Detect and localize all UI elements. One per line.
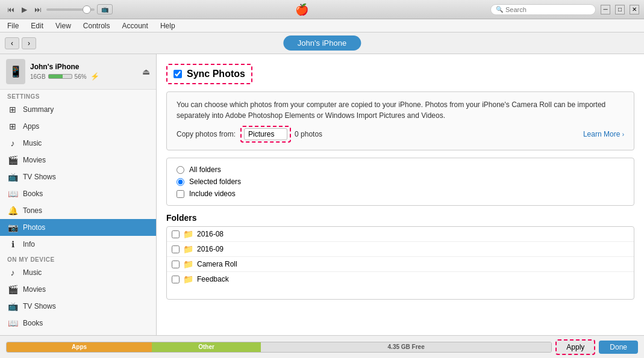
apps-label: Apps [23, 122, 39, 131]
folder-icon-2016-08: 📁 [183, 229, 193, 239]
books-label: Books [23, 190, 43, 198]
folder-checkbox-2016-08[interactable] [172, 230, 180, 238]
sidebar-item-info[interactable]: ℹ Info [0, 236, 156, 253]
include-videos-checkbox[interactable] [177, 190, 184, 198]
folder-options: All folders Selected folders Include vid… [166, 158, 634, 206]
title-bar-center: 🍎 [295, 3, 308, 16]
sidebar: 📱 John's iPhone 16GB 56% ⚡ ⏏ Settings ⊞ … [0, 54, 157, 335]
apply-button[interactable]: Apply [555, 339, 595, 355]
main-layout: 📱 John's iPhone 16GB 56% ⚡ ⏏ Settings ⊞ … [0, 54, 644, 335]
sidebar-item-device-music[interactable]: ♪ Music [0, 264, 156, 281]
back-button[interactable]: ‹ [5, 37, 19, 49]
device-books-label: Books [23, 319, 43, 327]
summary-icon: ⊞ [7, 104, 18, 115]
sidebar-item-summary[interactable]: ⊞ Summary [0, 101, 156, 118]
nav-buttons: ‹ › [5, 37, 36, 49]
menu-help[interactable]: Help [158, 22, 178, 30]
search-input[interactable] [505, 6, 590, 13]
sidebar-item-device-tvshows[interactable]: 📺 TV Shows [0, 298, 156, 315]
volume-slider[interactable] [46, 8, 95, 11]
menu-controls[interactable]: Controls [81, 22, 113, 30]
folders-list[interactable]: 📁 2016-08 📁 2016-09 📁 Camera Roll [167, 227, 634, 299]
music-label: Music [23, 139, 42, 147]
toolbar: ‹ › John's iPhone [0, 32, 644, 54]
folder-item-2016-09: 📁 2016-09 [167, 242, 634, 257]
movies-icon: 🎬 [7, 155, 18, 165]
include-videos-label: Include videos [189, 190, 236, 198]
search-icon: 🔍 [496, 6, 503, 13]
airplay-button[interactable]: 📺 [97, 4, 113, 14]
device-title-button[interactable]: John's iPhone [283, 35, 361, 51]
all-folders-row: All folders [177, 165, 624, 174]
apps-icon: ⊞ [7, 121, 18, 132]
copy-from-label: Copy photos from: [177, 129, 236, 140]
maximize-button[interactable]: □ [615, 5, 625, 14]
sidebar-item-music[interactable]: ♪ Music [0, 135, 156, 152]
battery-pct: 56% [75, 73, 87, 80]
title-bar: ⏮ ▶ ⏭ 📺 🍎 🔍 ─ □ ✕ [0, 0, 644, 19]
info-text: You can choose which photos from your co… [177, 100, 605, 120]
folder-name-camera-roll: Camera Roll [197, 260, 237, 268]
folder-checkbox-2016-09[interactable] [172, 245, 180, 253]
sidebar-item-tv-shows[interactable]: 📺 TV Shows [0, 168, 156, 185]
play-button[interactable]: ▶ [19, 4, 30, 15]
rewind-button[interactable]: ⏮ [5, 4, 17, 15]
device-audiobooks-icon: 🎧 [7, 335, 18, 335]
forward-button[interactable]: › [22, 37, 36, 49]
summary-label: Summary [23, 105, 54, 114]
sidebar-item-movies[interactable]: 🎬 Movies [0, 152, 156, 168]
all-folders-radio[interactable] [177, 166, 184, 174]
device-tvshows-label: TV Shows [23, 302, 56, 310]
device-movies-icon: 🎬 [7, 284, 18, 295]
storage-other: Other [152, 342, 261, 352]
tv-shows-icon: 📺 [7, 171, 18, 182]
on-my-device-label: On My Device [0, 253, 156, 264]
photos-label: Photos [23, 223, 45, 232]
selected-folders-radio[interactable] [177, 178, 184, 186]
sidebar-item-apps[interactable]: ⊞ Apps [0, 118, 156, 135]
bottom-bar: Apps Other 4.35 GB Free Apply Done [0, 335, 644, 358]
menu-account[interactable]: Account [120, 22, 151, 30]
folder-checkbox-camera-roll[interactable] [172, 261, 180, 268]
minimize-button[interactable]: ─ [601, 5, 610, 14]
folder-icon-camera-roll: 📁 [183, 259, 193, 269]
fastforward-button[interactable]: ⏭ [32, 4, 44, 15]
sidebar-item-device-movies[interactable]: 🎬 Movies [0, 281, 156, 298]
device-name: John's iPhone [30, 63, 142, 71]
search-bar[interactable]: 🔍 [490, 4, 596, 15]
folder-icon-feedback: 📁 [183, 274, 193, 284]
folder-item-feedback: 📁 Feedback [167, 272, 634, 286]
storage-free: 4.35 GB Free [261, 342, 551, 352]
selected-folders-label: Selected folders [189, 177, 241, 186]
device-details: John's iPhone 16GB 56% ⚡ [30, 63, 142, 81]
all-folders-label: All folders [189, 165, 221, 174]
copy-from-row: Copy photos from: Pictures 0 photos Lear… [177, 126, 624, 143]
volume-thumb[interactable] [83, 5, 91, 14]
sync-photos-checkbox[interactable] [174, 70, 182, 78]
done-button[interactable]: Done [599, 341, 638, 354]
device-info-section: 📱 John's iPhone 16GB 56% ⚡ ⏏ [0, 54, 156, 90]
sidebar-item-tones[interactable]: 🔔 Tones [0, 202, 156, 219]
sidebar-item-photos[interactable]: 📷 Photos [0, 219, 156, 236]
close-button[interactable]: ✕ [630, 5, 639, 14]
info-icon: ℹ [7, 239, 18, 250]
menu-file[interactable]: File [5, 22, 21, 30]
menu-view[interactable]: View [53, 22, 73, 30]
sidebar-item-books[interactable]: 📖 Books [0, 185, 156, 202]
menu-bar: File Edit View Controls Account Help [0, 19, 644, 32]
sidebar-item-device-audiobooks[interactable]: 🎧 Audiobooks [0, 332, 156, 335]
device-music-icon: ♪ [7, 267, 18, 278]
folder-checkbox-feedback[interactable] [172, 276, 180, 283]
music-icon: ♪ [7, 138, 18, 149]
copy-from-select[interactable]: Pictures [244, 128, 287, 140]
battery-bar: 16GB 56% ⚡ [30, 72, 142, 81]
movies-label: Movies [23, 156, 46, 164]
photo-count: 0 photos [295, 129, 322, 140]
tones-label: Tones [23, 206, 42, 215]
content-area: Sync Photos You can choose which photos … [157, 54, 644, 335]
menu-edit[interactable]: Edit [28, 22, 46, 30]
sidebar-item-device-books[interactable]: 📖 Books [0, 315, 156, 332]
tones-icon: 🔔 [7, 205, 18, 216]
learn-more-link[interactable]: Learn More › [583, 129, 624, 140]
eject-button[interactable]: ⏏ [142, 67, 150, 76]
